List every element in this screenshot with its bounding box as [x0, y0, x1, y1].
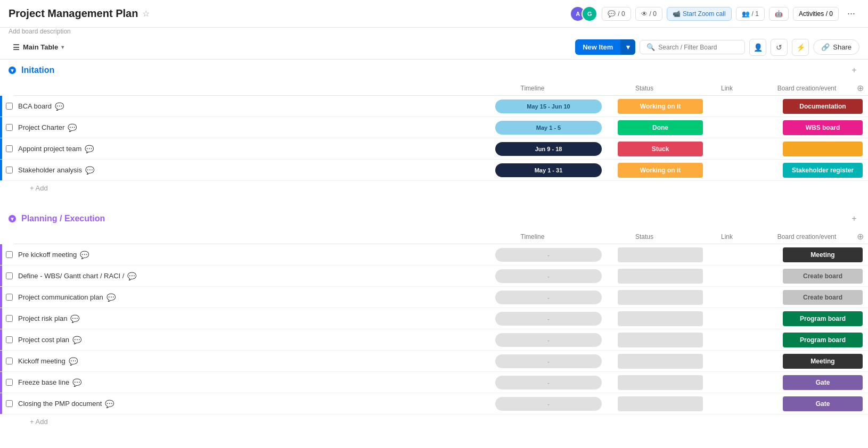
chat-icon[interactable]: 💬: [85, 166, 94, 175]
comment-count-btn[interactable]: 💬 / 0: [602, 7, 630, 21]
chat-icon[interactable]: 💬: [55, 102, 64, 111]
status-badge[interactable]: [618, 375, 703, 390]
status-badge[interactable]: [618, 269, 703, 284]
timeline-cell[interactable]: May 1 - 5: [485, 119, 612, 137]
chat-icon[interactable]: 💬: [107, 293, 116, 302]
row-checkbox[interactable]: [2, 336, 16, 343]
more-options-btn[interactable]: ···: [843, 5, 859, 22]
timeline-cell[interactable]: May 1 - 31: [485, 161, 612, 179]
timeline-bar[interactable]: May 1 - 5: [495, 121, 602, 135]
robot-btn[interactable]: 🤖: [769, 7, 789, 21]
timeline-bar[interactable]: -: [495, 269, 602, 283]
new-item-dropdown-arrow[interactable]: ▾: [620, 39, 635, 55]
view-count-btn[interactable]: 👁 / 0: [635, 7, 662, 21]
activities-btn[interactable]: Activities / 0: [793, 7, 839, 21]
board-cell[interactable]: Create board: [777, 288, 868, 307]
timeline-bar[interactable]: -: [495, 376, 602, 389]
board-cell[interactable]: WBS board: [777, 118, 868, 137]
status-cell[interactable]: [612, 267, 708, 286]
status-cell[interactable]: [612, 373, 708, 392]
chat-icon[interactable]: 💬: [105, 400, 114, 408]
star-icon[interactable]: ☆: [142, 9, 150, 19]
share-btn[interactable]: 🔗 Share: [813, 39, 859, 55]
view-switcher[interactable]: ☰ Main Table ▾: [9, 41, 68, 54]
filter-btn[interactable]: ⚡: [792, 39, 809, 56]
update-btn[interactable]: ↺: [771, 39, 788, 56]
row-checkbox[interactable]: [2, 315, 16, 322]
group-header-execution[interactable]: ▼Execution+: [0, 442, 868, 448]
status-badge[interactable]: [618, 290, 703, 305]
status-badge[interactable]: Working on it: [618, 99, 703, 114]
board-badge[interactable]: Documentation: [783, 99, 863, 114]
status-cell[interactable]: Stuck: [612, 139, 708, 159]
group-add-col-btn-planning[interactable]: +: [849, 213, 859, 224]
timeline-cell[interactable]: Jun 9 - 18: [485, 140, 612, 158]
timeline-cell[interactable]: -: [485, 288, 612, 306]
timeline-cell[interactable]: -: [485, 310, 612, 328]
board-badge[interactable]: WBS board: [783, 120, 863, 135]
zoom-btn[interactable]: 📹 Start Zoom call: [667, 7, 732, 21]
board-badge[interactable]: Gate: [783, 375, 863, 390]
timeline-cell[interactable]: -: [485, 331, 612, 349]
chat-icon[interactable]: 💬: [80, 251, 89, 259]
new-item-btn[interactable]: New Item ▾: [575, 39, 635, 55]
board-cell[interactable]: Documentation: [777, 97, 868, 116]
chat-icon[interactable]: 💬: [127, 272, 136, 280]
new-item-label[interactable]: New Item: [575, 39, 620, 55]
timeline-bar[interactable]: -: [495, 333, 602, 347]
board-badge[interactable]: Program board: [783, 311, 863, 326]
board-badge-empty[interactable]: [783, 142, 863, 156]
board-cell[interactable]: Program board: [777, 330, 868, 350]
row-checkbox[interactable]: [2, 379, 16, 386]
status-badge[interactable]: [618, 247, 703, 262]
board-badge[interactable]: Create board: [783, 269, 863, 284]
chat-icon[interactable]: 💬: [69, 357, 78, 366]
status-badge[interactable]: [618, 311, 703, 326]
col-add-icon[interactable]: ⊕: [852, 231, 868, 242]
timeline-cell[interactable]: -: [485, 267, 612, 285]
timeline-bar[interactable]: Jun 9 - 18: [495, 142, 602, 156]
status-badge[interactable]: [618, 354, 703, 369]
timeline-cell[interactable]: May 15 - Jun 10: [485, 97, 612, 115]
status-badge[interactable]: Stuck: [618, 142, 703, 156]
timeline-cell[interactable]: -: [485, 374, 612, 392]
status-badge[interactable]: [618, 333, 703, 347]
board-cell[interactable]: Create board: [777, 267, 868, 286]
col-add-icon[interactable]: ⊕: [852, 83, 868, 93]
status-cell[interactable]: [612, 330, 708, 350]
board-badge[interactable]: Create board: [783, 290, 863, 305]
board-cell[interactable]: Meeting: [777, 352, 868, 371]
timeline-bar[interactable]: -: [495, 397, 602, 411]
person-filter-btn[interactable]: 👤: [749, 39, 766, 56]
timeline-bar[interactable]: May 15 - Jun 10: [495, 99, 602, 113]
row-checkbox[interactable]: [2, 272, 16, 279]
status-cell[interactable]: Working on it: [612, 97, 708, 116]
group-add-col-btn-initiation[interactable]: +: [849, 65, 859, 76]
timeline-cell[interactable]: -: [485, 395, 612, 413]
status-cell[interactable]: Working on it: [612, 161, 708, 180]
timeline-cell[interactable]: -: [485, 352, 612, 370]
status-cell[interactable]: [612, 288, 708, 307]
status-cell[interactable]: [612, 352, 708, 371]
search-input[interactable]: [658, 44, 738, 51]
row-checkbox[interactable]: [2, 358, 16, 364]
group-header-initiation[interactable]: ▼Initation+: [0, 60, 868, 81]
board-cell[interactable]: Gate: [777, 394, 868, 413]
row-checkbox[interactable]: [2, 294, 16, 301]
board-cell[interactable]: [777, 139, 868, 159]
board-badge[interactable]: Meeting: [783, 354, 863, 369]
board-badge[interactable]: Stakeholder register: [783, 163, 863, 178]
add-item-btn-initiation[interactable]: + Add: [0, 181, 868, 195]
board-cell[interactable]: Stakeholder register: [777, 161, 868, 180]
add-item-btn-planning[interactable]: + Add: [0, 414, 868, 429]
chat-icon[interactable]: 💬: [70, 314, 79, 323]
status-cell[interactable]: [612, 394, 708, 413]
status-cell[interactable]: Done: [612, 118, 708, 137]
search-box[interactable]: 🔍: [640, 40, 745, 54]
board-badge[interactable]: Gate: [783, 396, 863, 411]
status-cell[interactable]: [612, 245, 708, 264]
board-cell[interactable]: Program board: [777, 309, 868, 328]
row-checkbox[interactable]: [2, 103, 16, 110]
timeline-bar[interactable]: May 1 - 31: [495, 163, 602, 177]
row-checkbox[interactable]: [2, 145, 16, 152]
